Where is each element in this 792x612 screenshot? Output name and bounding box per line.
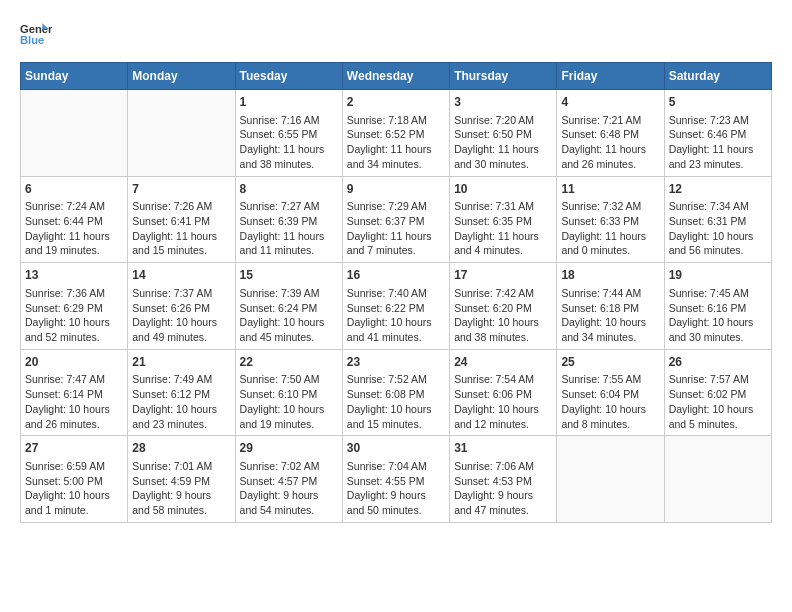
calendar-table: SundayMondayTuesdayWednesdayThursdayFrid…: [20, 62, 772, 523]
cell-content: Sunrise: 7:21 AMSunset: 6:48 PMDaylight:…: [561, 113, 659, 172]
day-number: 17: [454, 267, 552, 284]
day-number: 23: [347, 354, 445, 371]
day-number: 9: [347, 181, 445, 198]
weekday-header: Friday: [557, 63, 664, 90]
calendar-cell: 12Sunrise: 7:34 AMSunset: 6:31 PMDayligh…: [664, 176, 771, 263]
calendar-cell: 6Sunrise: 7:24 AMSunset: 6:44 PMDaylight…: [21, 176, 128, 263]
page-header: GeneralBlue: [20, 20, 772, 52]
day-number: 31: [454, 440, 552, 457]
day-number: 4: [561, 94, 659, 111]
calendar-cell: 9Sunrise: 7:29 AMSunset: 6:37 PMDaylight…: [342, 176, 449, 263]
day-number: 8: [240, 181, 338, 198]
cell-content: Sunrise: 7:42 AMSunset: 6:20 PMDaylight:…: [454, 286, 552, 345]
svg-text:Blue: Blue: [20, 34, 44, 46]
cell-content: Sunrise: 7:52 AMSunset: 6:08 PMDaylight:…: [347, 372, 445, 431]
cell-content: Sunrise: 7:27 AMSunset: 6:39 PMDaylight:…: [240, 199, 338, 258]
cell-content: Sunrise: 7:37 AMSunset: 6:26 PMDaylight:…: [132, 286, 230, 345]
weekday-header: Tuesday: [235, 63, 342, 90]
calendar-cell: 16Sunrise: 7:40 AMSunset: 6:22 PMDayligh…: [342, 263, 449, 350]
calendar-cell: 10Sunrise: 7:31 AMSunset: 6:35 PMDayligh…: [450, 176, 557, 263]
calendar-cell: 2Sunrise: 7:18 AMSunset: 6:52 PMDaylight…: [342, 90, 449, 177]
day-number: 27: [25, 440, 123, 457]
day-number: 21: [132, 354, 230, 371]
day-number: 30: [347, 440, 445, 457]
cell-content: Sunrise: 7:44 AMSunset: 6:18 PMDaylight:…: [561, 286, 659, 345]
cell-content: Sunrise: 7:50 AMSunset: 6:10 PMDaylight:…: [240, 372, 338, 431]
day-number: 20: [25, 354, 123, 371]
cell-content: Sunrise: 7:20 AMSunset: 6:50 PMDaylight:…: [454, 113, 552, 172]
calendar-cell: [664, 436, 771, 523]
calendar-cell: 29Sunrise: 7:02 AMSunset: 4:57 PMDayligh…: [235, 436, 342, 523]
calendar-cell: [557, 436, 664, 523]
calendar-cell: 28Sunrise: 7:01 AMSunset: 4:59 PMDayligh…: [128, 436, 235, 523]
cell-content: Sunrise: 7:32 AMSunset: 6:33 PMDaylight:…: [561, 199, 659, 258]
calendar-cell: 14Sunrise: 7:37 AMSunset: 6:26 PMDayligh…: [128, 263, 235, 350]
cell-content: Sunrise: 7:49 AMSunset: 6:12 PMDaylight:…: [132, 372, 230, 431]
cell-content: Sunrise: 7:39 AMSunset: 6:24 PMDaylight:…: [240, 286, 338, 345]
cell-content: Sunrise: 7:54 AMSunset: 6:06 PMDaylight:…: [454, 372, 552, 431]
day-number: 16: [347, 267, 445, 284]
day-number: 26: [669, 354, 767, 371]
cell-content: Sunrise: 7:18 AMSunset: 6:52 PMDaylight:…: [347, 113, 445, 172]
cell-content: Sunrise: 7:57 AMSunset: 6:02 PMDaylight:…: [669, 372, 767, 431]
cell-content: Sunrise: 7:24 AMSunset: 6:44 PMDaylight:…: [25, 199, 123, 258]
calendar-cell: [128, 90, 235, 177]
day-number: 28: [132, 440, 230, 457]
day-number: 1: [240, 94, 338, 111]
day-number: 5: [669, 94, 767, 111]
day-number: 14: [132, 267, 230, 284]
day-number: 25: [561, 354, 659, 371]
cell-content: Sunrise: 7:47 AMSunset: 6:14 PMDaylight:…: [25, 372, 123, 431]
calendar-cell: 7Sunrise: 7:26 AMSunset: 6:41 PMDaylight…: [128, 176, 235, 263]
cell-content: Sunrise: 7:26 AMSunset: 6:41 PMDaylight:…: [132, 199, 230, 258]
day-number: 29: [240, 440, 338, 457]
day-number: 24: [454, 354, 552, 371]
cell-content: Sunrise: 7:23 AMSunset: 6:46 PMDaylight:…: [669, 113, 767, 172]
calendar-cell: 27Sunrise: 6:59 AMSunset: 5:00 PMDayligh…: [21, 436, 128, 523]
cell-content: Sunrise: 7:55 AMSunset: 6:04 PMDaylight:…: [561, 372, 659, 431]
calendar-cell: 8Sunrise: 7:27 AMSunset: 6:39 PMDaylight…: [235, 176, 342, 263]
calendar-cell: 21Sunrise: 7:49 AMSunset: 6:12 PMDayligh…: [128, 349, 235, 436]
day-number: 15: [240, 267, 338, 284]
calendar-cell: 17Sunrise: 7:42 AMSunset: 6:20 PMDayligh…: [450, 263, 557, 350]
calendar-cell: 22Sunrise: 7:50 AMSunset: 6:10 PMDayligh…: [235, 349, 342, 436]
calendar-cell: 1Sunrise: 7:16 AMSunset: 6:55 PMDaylight…: [235, 90, 342, 177]
weekday-header: Wednesday: [342, 63, 449, 90]
calendar-cell: 18Sunrise: 7:44 AMSunset: 6:18 PMDayligh…: [557, 263, 664, 350]
day-number: 12: [669, 181, 767, 198]
calendar-header: SundayMondayTuesdayWednesdayThursdayFrid…: [21, 63, 772, 90]
day-number: 19: [669, 267, 767, 284]
calendar-cell: 31Sunrise: 7:06 AMSunset: 4:53 PMDayligh…: [450, 436, 557, 523]
cell-content: Sunrise: 7:01 AMSunset: 4:59 PMDaylight:…: [132, 459, 230, 518]
day-number: 3: [454, 94, 552, 111]
calendar-cell: 11Sunrise: 7:32 AMSunset: 6:33 PMDayligh…: [557, 176, 664, 263]
calendar-cell: 5Sunrise: 7:23 AMSunset: 6:46 PMDaylight…: [664, 90, 771, 177]
calendar-cell: 19Sunrise: 7:45 AMSunset: 6:16 PMDayligh…: [664, 263, 771, 350]
day-number: 6: [25, 181, 123, 198]
calendar-cell: 20Sunrise: 7:47 AMSunset: 6:14 PMDayligh…: [21, 349, 128, 436]
cell-content: Sunrise: 7:04 AMSunset: 4:55 PMDaylight:…: [347, 459, 445, 518]
day-number: 22: [240, 354, 338, 371]
calendar-cell: 4Sunrise: 7:21 AMSunset: 6:48 PMDaylight…: [557, 90, 664, 177]
calendar-cell: 24Sunrise: 7:54 AMSunset: 6:06 PMDayligh…: [450, 349, 557, 436]
logo: GeneralBlue: [20, 20, 52, 52]
calendar-cell: 26Sunrise: 7:57 AMSunset: 6:02 PMDayligh…: [664, 349, 771, 436]
cell-content: Sunrise: 7:45 AMSunset: 6:16 PMDaylight:…: [669, 286, 767, 345]
calendar-cell: 13Sunrise: 7:36 AMSunset: 6:29 PMDayligh…: [21, 263, 128, 350]
day-number: 10: [454, 181, 552, 198]
calendar-cell: 15Sunrise: 7:39 AMSunset: 6:24 PMDayligh…: [235, 263, 342, 350]
calendar-cell: 3Sunrise: 7:20 AMSunset: 6:50 PMDaylight…: [450, 90, 557, 177]
weekday-header: Saturday: [664, 63, 771, 90]
day-number: 13: [25, 267, 123, 284]
calendar-cell: [21, 90, 128, 177]
weekday-header: Sunday: [21, 63, 128, 90]
day-number: 2: [347, 94, 445, 111]
weekday-header: Monday: [128, 63, 235, 90]
calendar-cell: 25Sunrise: 7:55 AMSunset: 6:04 PMDayligh…: [557, 349, 664, 436]
logo-icon: GeneralBlue: [20, 20, 52, 52]
weekday-header: Thursday: [450, 63, 557, 90]
day-number: 7: [132, 181, 230, 198]
cell-content: Sunrise: 7:40 AMSunset: 6:22 PMDaylight:…: [347, 286, 445, 345]
cell-content: Sunrise: 7:31 AMSunset: 6:35 PMDaylight:…: [454, 199, 552, 258]
cell-content: Sunrise: 7:36 AMSunset: 6:29 PMDaylight:…: [25, 286, 123, 345]
